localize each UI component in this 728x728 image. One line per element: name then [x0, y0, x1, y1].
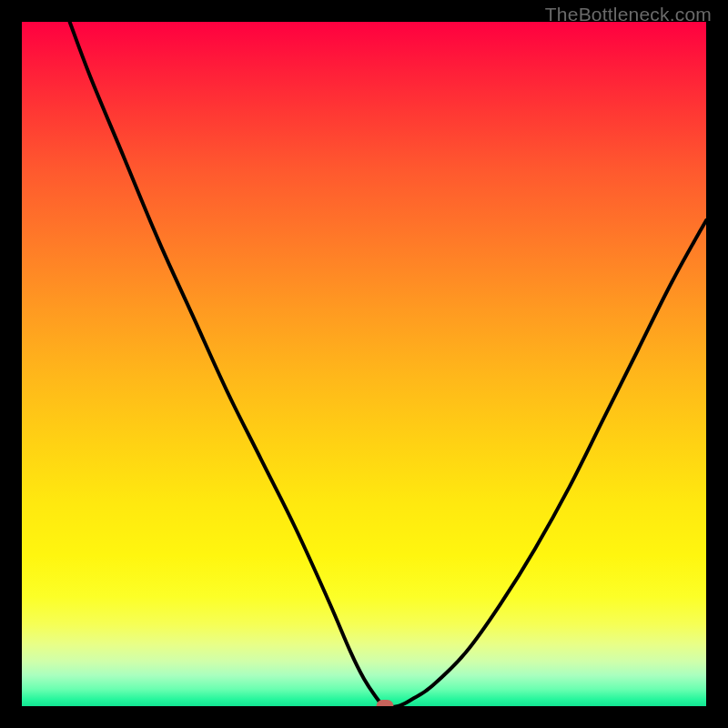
curve-svg — [22, 22, 706, 706]
watermark-text: TheBottleneck.com — [545, 4, 712, 25]
optimum-marker — [376, 700, 393, 706]
bottleneck-curve-path — [70, 22, 706, 706]
chart-frame: TheBottleneck.com — [0, 0, 728, 728]
plot-area — [22, 22, 706, 706]
